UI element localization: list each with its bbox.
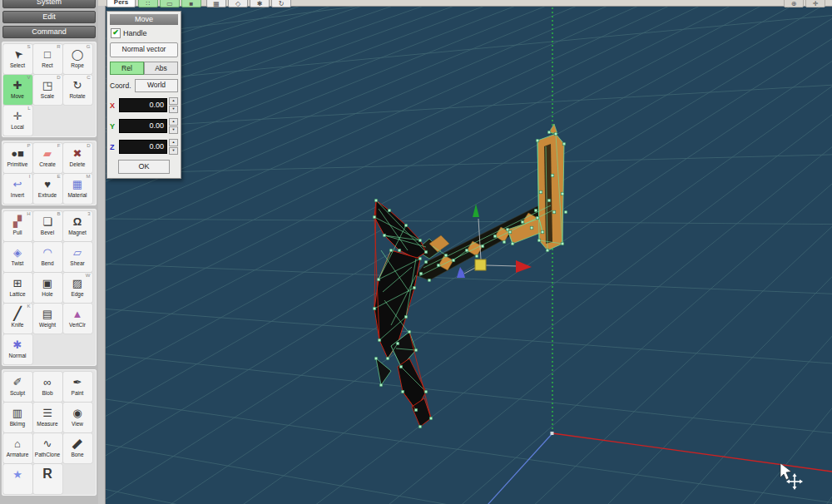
tool-shortcut-key: I <box>29 174 31 179</box>
tool-rlogo[interactable]: R <box>33 464 62 494</box>
tab-abs[interactable]: Abs <box>144 62 178 75</box>
axis-z-spin-up[interactable]: ▲ <box>169 139 178 146</box>
tool-bevel[interactable]: B❏Bevel <box>33 211 62 241</box>
tool-blob[interactable]: ∞Blob <box>33 372 62 402</box>
toolbar-button-1[interactable]: ▦ <box>206 0 226 7</box>
tool-hole[interactable]: ▣Hole <box>33 273 62 303</box>
tool-create[interactable]: F▰Create <box>33 143 62 173</box>
tool-vertclr[interactable]: ▲VertClr <box>63 304 92 334</box>
top-toolbar: Pers ∷ ▭ ■ ▦ ◇ ✱ ↻ ⊕ ✛ <box>98 0 832 6</box>
tool-select[interactable]: S➤Select <box>3 44 32 74</box>
axis-z-spin-down[interactable]: ▼ <box>169 147 178 155</box>
toolbar-button-4[interactable]: ↻ <box>271 0 291 7</box>
toolbar-edge-select-button[interactable]: ▭ <box>160 0 180 7</box>
tool-shear[interactable]: ▱Shear <box>63 242 92 272</box>
tool-shortcut-key: R <box>57 44 60 49</box>
world-origin-marker <box>551 432 554 435</box>
tool-label: Primitive <box>7 161 28 167</box>
tool-paint[interactable]: ✒Paint <box>63 372 92 402</box>
tool-label: BkImg <box>10 421 25 427</box>
sidebar-header-edit[interactable]: Edit <box>2 11 96 23</box>
pan-tool-button[interactable]: ✛ <box>805 0 825 7</box>
gizmo-center-handle[interactable] <box>475 259 486 270</box>
toolbar-button-3[interactable]: ✱ <box>250 0 270 7</box>
tool-label: Sculpt <box>10 390 25 396</box>
axis-z-label: Z <box>110 143 117 151</box>
tool-twist[interactable]: ◈Twist <box>3 242 32 272</box>
axis-x-spin-up[interactable]: ▲ <box>169 97 178 105</box>
tool-weight[interactable]: ▤Weight <box>33 304 62 334</box>
handle-checkbox[interactable]: ✔ <box>111 28 121 38</box>
tool-normal[interactable]: ✱Normal <box>3 334 32 364</box>
tool-primitive[interactable]: P●■Primitive <box>3 143 32 173</box>
tool-label: Move <box>11 93 24 99</box>
sidebar-header-command[interactable]: Command <box>2 26 96 38</box>
axis-x-input[interactable]: 0.00 <box>119 98 167 112</box>
tool-bone[interactable]: ❚Bone <box>63 433 92 463</box>
axis-x-spin-down[interactable]: ▼ <box>169 106 178 113</box>
tool-lattice[interactable]: ⊞Lattice <box>3 273 32 303</box>
tool-label: Rope <box>71 62 84 68</box>
tool-label: Rotate <box>69 93 85 99</box>
tool-label: Lattice <box>9 291 25 297</box>
tool-group: P●■PrimitiveF▰CreateD✖DeleteI↩InvertE♥Ex… <box>2 141 97 205</box>
move-panel-title[interactable]: Move <box>110 14 178 25</box>
toolbar-button-2[interactable]: ◇ <box>228 0 248 7</box>
tool-invert[interactable]: I↩Invert <box>3 174 32 204</box>
sidebar: System Edit Command S➤SelectR□RectG◯Rope… <box>0 0 98 504</box>
coord-label: Coord. <box>110 82 135 90</box>
tab-rel[interactable]: Rel <box>110 62 144 75</box>
tool-sculpt[interactable]: ✐Sculpt <box>3 372 32 402</box>
tool-bkimg[interactable]: ▥BkImg <box>3 403 32 432</box>
tool-pathclone[interactable]: ∿PathClone <box>33 433 62 463</box>
axis-y-spin-down[interactable]: ▼ <box>169 126 178 134</box>
tool-extrude[interactable]: E♥Extrude <box>33 174 62 204</box>
tool-label: Twist <box>12 260 24 266</box>
gizmo-x-handle[interactable] <box>516 260 532 273</box>
normal-vector-button[interactable]: Normal vector <box>110 42 178 57</box>
box-icon: ▦ <box>207 0 225 7</box>
coord-world-button[interactable]: World <box>135 79 178 92</box>
axis-y-spin-up[interactable]: ▲ <box>169 118 178 126</box>
tool-delete[interactable]: D✖Delete <box>63 143 92 173</box>
tool-label: Bend <box>41 260 53 266</box>
tool-view[interactable]: ◉View <box>63 403 92 432</box>
tool-move[interactable]: V✚Move <box>3 75 32 105</box>
tool-local[interactable]: L✛Local <box>3 106 32 136</box>
cube-icon: ◇ <box>229 0 247 7</box>
toolbar-face-select-button[interactable]: ■ <box>181 0 201 7</box>
viewport-3d[interactable] <box>106 6 832 504</box>
zoom-tool-button[interactable]: ⊕ <box>784 0 804 7</box>
tool-label: Armature <box>7 452 29 457</box>
tool-label: Hole <box>42 291 52 297</box>
tool-group: S➤SelectR□RectG◯RopeV✚MoveD◳ScaleC↻Rotat… <box>2 42 97 137</box>
axis-z-input[interactable]: 0.00 <box>119 140 167 154</box>
tool-measure[interactable]: ☰Measure <box>33 403 62 432</box>
tool-shortcut-key: 3 <box>87 211 90 216</box>
rotate-view-icon: ↻ <box>272 0 290 7</box>
tool-rope[interactable]: G◯Rope <box>63 44 92 74</box>
tool-scale[interactable]: D◳Scale <box>33 75 62 105</box>
tool-pull[interactable]: H▞Pull <box>3 211 32 241</box>
rlogo-icon: R <box>42 464 52 485</box>
tool-shortcut-key: L <box>27 106 30 111</box>
tool-rotate[interactable]: C↻Rotate <box>63 75 92 105</box>
sidebar-header-system[interactable]: System <box>2 0 96 8</box>
axe-model-mesh[interactable] <box>373 124 567 428</box>
tool-star[interactable]: ★ <box>3 464 32 494</box>
tool-label: View <box>72 421 83 427</box>
handle-option-row[interactable]: ✔ Handle <box>111 28 177 38</box>
tool-bend[interactable]: ◠Bend <box>33 242 62 272</box>
view-mode-dropdown[interactable]: Pers <box>106 0 136 7</box>
tool-label: Bevel <box>41 230 54 235</box>
tool-rect[interactable]: R□Rect <box>33 44 62 74</box>
tool-material[interactable]: M▦Material <box>63 174 92 204</box>
axis-y-input[interactable]: 0.00 <box>119 119 167 133</box>
tool-knife[interactable]: K╱Knife <box>3 304 32 334</box>
toolbar-vertex-select-button[interactable]: ∷ <box>138 0 158 7</box>
x-axis-line <box>552 433 832 472</box>
tool-edge[interactable]: W▨Edge <box>63 273 92 303</box>
tool-armature[interactable]: ⌂Armature <box>3 433 32 463</box>
ok-button[interactable]: OK <box>118 160 169 174</box>
tool-magnet[interactable]: 3ΩMagnet <box>63 211 92 241</box>
